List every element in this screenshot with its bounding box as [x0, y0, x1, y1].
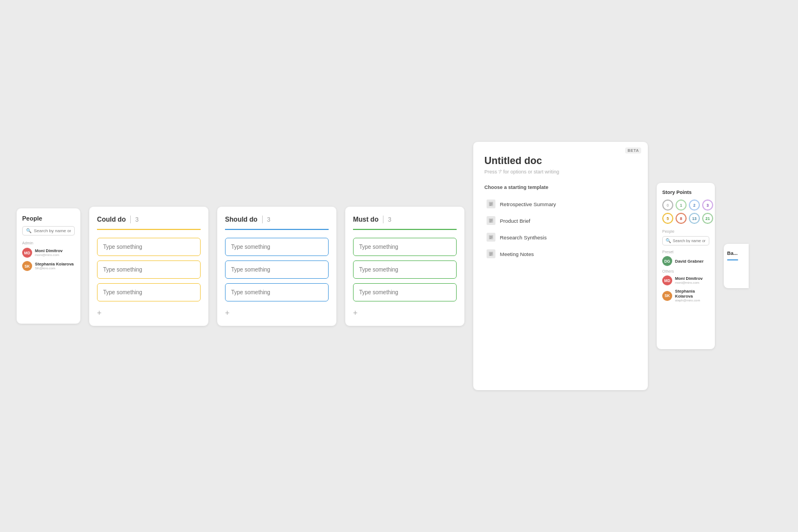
avatar: SK	[22, 261, 32, 271]
people-search-box[interactable]: 🔍	[22, 226, 75, 236]
add-card-button[interactable]: +	[97, 308, 101, 317]
card-input[interactable]	[225, 260, 329, 279]
column-header-must-do: Must do 3	[353, 216, 457, 230]
story-point-3[interactable]: 3	[702, 200, 713, 211]
others-label: Others	[662, 269, 709, 273]
person-email: moni@miro.com	[35, 253, 63, 257]
card-input[interactable]	[225, 283, 329, 301]
template-item-research-synthesis[interactable]: Research Synthesis	[484, 229, 637, 245]
could-do-column: Could do 3 +	[89, 207, 208, 326]
list-item: MD Moni Dimitrov moni@miro.com	[22, 248, 75, 258]
column-header-should-do: Should do 3	[225, 216, 329, 230]
people-search-input[interactable]	[34, 228, 71, 233]
column-count: 3	[388, 216, 391, 223]
people-panel: People 🔍 Admin MD Moni Dimitrov moni@mir…	[17, 208, 80, 324]
story-point-13[interactable]: 13	[689, 213, 700, 224]
search-icon: 🔍	[26, 228, 32, 233]
person-email: steph@miro.com	[675, 299, 709, 303]
list-item: DG David Grabner	[662, 256, 709, 266]
people-section-label: People	[662, 229, 709, 233]
column-title: Should do	[225, 216, 258, 223]
person-name: Moni Dimitrov	[35, 248, 63, 253]
column-count: 3	[135, 216, 139, 223]
column-header-could-do: Could do 3	[97, 216, 201, 230]
card-input[interactable]	[97, 260, 201, 279]
story-point-21[interactable]: 21	[702, 213, 713, 224]
beta-badge: BETA	[625, 147, 641, 154]
search-icon: 🔍	[666, 238, 671, 243]
list-item: SK Stephania Kolarova SK@kiro.com	[22, 261, 75, 271]
divider	[383, 216, 383, 223]
person-name: Stephania Kolarova	[675, 289, 709, 299]
person-name: Stephania Kolarova	[35, 262, 74, 267]
template-item-meeting-notes[interactable]: Meeting Notes	[484, 245, 637, 262]
template-item-product-brief[interactable]: Product Brief	[484, 212, 637, 229]
partial-line	[727, 259, 738, 260]
template-icon	[487, 200, 495, 208]
person-email: SK@kiro.com	[35, 267, 74, 270]
person-name: Moni Dimitrov	[675, 276, 703, 281]
partial-panel-title: Ba...	[727, 250, 745, 256]
template-icon	[487, 249, 495, 258]
should-do-column: Should do 3 +	[217, 207, 336, 326]
list-item: SK Stephania Kolarova steph@miro.com	[662, 289, 709, 303]
card-input[interactable]	[97, 283, 201, 301]
template-label: Research Synthesis	[500, 234, 546, 241]
story-points-panel: Story Points 0 1 2 3 5 8 13 21 People 🔍 …	[657, 183, 715, 349]
template-icon	[487, 233, 495, 242]
template-label: Retrospective Summary	[500, 201, 556, 207]
story-panel-title: Story Points	[662, 190, 709, 195]
column-title: Could do	[97, 216, 126, 223]
story-point-5[interactable]: 5	[662, 213, 673, 224]
avatar: DG	[662, 256, 672, 266]
column-title: Must do	[353, 216, 378, 223]
doc-subtitle: Press '/' for options or start writing	[484, 169, 637, 175]
person-name: David Grabner	[675, 259, 704, 264]
story-points-grid: 0 1 2 3 5 8 13 21	[662, 200, 709, 224]
template-label: Product Brief	[500, 218, 530, 224]
doc-title: Untitled doc	[484, 155, 637, 167]
story-point-0[interactable]: 0	[662, 200, 673, 211]
avatar: MD	[662, 275, 672, 285]
people-panel-title: People	[22, 215, 75, 222]
card-input[interactable]	[353, 238, 457, 256]
divider	[130, 216, 131, 223]
people-admin-label: Admin	[22, 241, 75, 245]
card-input[interactable]	[97, 238, 201, 256]
avatar: SK	[662, 291, 672, 301]
divider	[262, 216, 263, 223]
card-input[interactable]	[225, 238, 329, 256]
story-point-2[interactable]: 2	[689, 200, 700, 211]
must-do-column: Must do 3 +	[345, 207, 464, 326]
list-item: MD Moni Dimitrov moni@miro.com	[662, 275, 709, 285]
card-input[interactable]	[353, 260, 457, 279]
story-search-box[interactable]: 🔍	[662, 236, 709, 245]
add-card-button[interactable]: +	[225, 308, 229, 317]
doc-panel: BETA Untitled doc Press '/' for options …	[473, 142, 648, 390]
card-input[interactable]	[353, 283, 457, 301]
story-search-input[interactable]	[673, 239, 706, 243]
partial-panel: Ba...	[724, 244, 749, 288]
story-point-8[interactable]: 8	[676, 213, 687, 224]
template-label: Meeting Notes	[500, 251, 534, 257]
template-item-retrospective[interactable]: Retrospective Summary	[484, 196, 637, 212]
person-email: moni@miro.com	[675, 281, 703, 285]
avatar: MD	[22, 248, 32, 258]
story-point-1[interactable]: 1	[676, 200, 687, 211]
add-card-button[interactable]: +	[353, 308, 357, 317]
preset-label: Preset	[662, 250, 709, 254]
template-section-title: Choose a starting template	[484, 185, 637, 190]
template-icon	[487, 216, 495, 225]
column-count: 3	[267, 216, 270, 223]
